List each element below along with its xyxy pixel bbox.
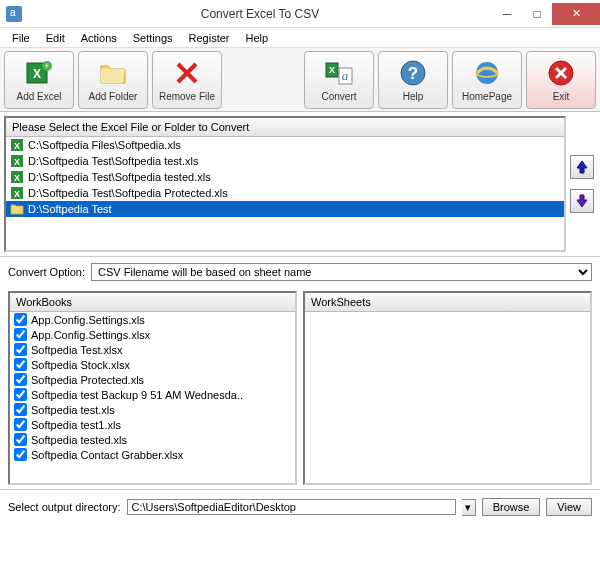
workbook-item[interactable]: App.Config.Settings.xls xyxy=(10,312,295,327)
output-path-dropdown[interactable]: ▾ xyxy=(462,499,476,516)
workbook-name: Softpedia test Backup 9 51 AM Wednesda.. xyxy=(31,389,243,401)
menu-register[interactable]: Register xyxy=(181,30,238,46)
svg-text:X: X xyxy=(14,189,20,199)
file-list[interactable]: Please Select the Excel File or Folder t… xyxy=(4,116,566,252)
convert-label: Convert xyxy=(321,91,356,102)
workbook-item[interactable]: Softpedia test1.xls xyxy=(10,417,295,432)
help-button[interactable]: ? Help xyxy=(378,51,448,109)
menu-bar: File Edit Actions Settings Register Help xyxy=(0,28,600,48)
help-icon: ? xyxy=(397,57,429,89)
svg-text:X: X xyxy=(329,65,335,75)
output-path-input[interactable] xyxy=(127,499,456,515)
workbook-item[interactable]: Softpedia test Backup 9 51 AM Wednesda.. xyxy=(10,387,295,402)
menu-file[interactable]: File xyxy=(4,30,38,46)
worksheets-list[interactable] xyxy=(305,312,590,483)
file-list-item[interactable]: XD:\Softpedia Test\Softpedia test.xls xyxy=(6,153,564,169)
move-down-button[interactable] xyxy=(570,189,594,213)
folder-icon xyxy=(10,202,24,216)
close-button[interactable] xyxy=(552,3,600,25)
workbook-item[interactable]: Softpedia Contact Grabber.xlsx xyxy=(10,447,295,462)
menu-help[interactable]: Help xyxy=(238,30,277,46)
remove-icon xyxy=(171,57,203,89)
worksheets-panel: WorkSheets xyxy=(303,291,592,485)
folder-icon xyxy=(97,57,129,89)
workbook-item[interactable]: Softpedia Stock.xlsx xyxy=(10,357,295,372)
workbooks-list[interactable]: App.Config.Settings.xlsApp.Config.Settin… xyxy=(10,312,295,483)
workbook-checkbox[interactable] xyxy=(14,418,27,431)
workbook-name: App.Config.Settings.xlsx xyxy=(31,329,150,341)
menu-actions[interactable]: Actions xyxy=(73,30,125,46)
worksheets-header: WorkSheets xyxy=(305,293,590,312)
workbook-checkbox[interactable] xyxy=(14,358,27,371)
file-list-item[interactable]: XD:\Softpedia Test\Softpedia tested.xls xyxy=(6,169,564,185)
add-excel-button[interactable]: X+ Add Excel xyxy=(4,51,74,109)
file-list-item-path: D:\Softpedia Test\Softpedia tested.xls xyxy=(28,171,211,183)
help-label: Help xyxy=(403,91,424,102)
excel-file-icon: X xyxy=(10,170,24,184)
svg-text:X: X xyxy=(14,141,20,151)
workbook-name: Softpedia Contact Grabber.xlsx xyxy=(31,449,183,461)
title-bar: Convert Excel To CSV xyxy=(0,0,600,28)
workbook-checkbox[interactable] xyxy=(14,448,27,461)
excel-file-icon: X xyxy=(10,186,24,200)
svg-text:a: a xyxy=(342,68,349,83)
file-list-header: Please Select the Excel File or Folder t… xyxy=(6,118,564,137)
workbook-name: App.Config.Settings.xls xyxy=(31,314,145,326)
convert-button[interactable]: Xa Convert xyxy=(304,51,374,109)
remove-file-button[interactable]: Remove File xyxy=(152,51,222,109)
homepage-button[interactable]: HomePage xyxy=(452,51,522,109)
file-list-item[interactable]: XD:\Softpedia Test\Softpedia Protected.x… xyxy=(6,185,564,201)
output-row: Select output directory: ▾ Browse View xyxy=(0,489,600,524)
workbook-name: Softpedia Stock.xlsx xyxy=(31,359,130,371)
exit-button[interactable]: Exit xyxy=(526,51,596,109)
workbook-name: Softpedia test.xls xyxy=(31,404,115,416)
workbook-name: Softpedia test1.xls xyxy=(31,419,121,431)
workbook-item[interactable]: Softpedia tested.xls xyxy=(10,432,295,447)
minimize-button[interactable] xyxy=(492,3,522,25)
ie-icon xyxy=(471,57,503,89)
svg-text:X: X xyxy=(33,67,41,81)
workbook-checkbox[interactable] xyxy=(14,313,27,326)
excel-file-icon: X xyxy=(10,154,24,168)
workbook-checkbox[interactable] xyxy=(14,373,27,386)
file-list-item-path: D:\Softpedia Test\Softpedia test.xls xyxy=(28,155,198,167)
menu-edit[interactable]: Edit xyxy=(38,30,73,46)
excel-file-icon: X xyxy=(10,138,24,152)
workbook-checkbox[interactable] xyxy=(14,343,27,356)
workbook-checkbox[interactable] xyxy=(14,388,27,401)
workbook-checkbox[interactable] xyxy=(14,328,27,341)
homepage-label: HomePage xyxy=(462,91,512,102)
workbook-checkbox[interactable] xyxy=(14,403,27,416)
svg-text:+: + xyxy=(44,61,49,71)
svg-text:X: X xyxy=(14,173,20,183)
window-title: Convert Excel To CSV xyxy=(28,7,492,21)
file-list-item-path: D:\Softpedia Test\Softpedia Protected.xl… xyxy=(28,187,228,199)
toolbar: X+ Add Excel Add Folder Remove File Xa C… xyxy=(0,48,600,112)
workbook-checkbox[interactable] xyxy=(14,433,27,446)
svg-text:X: X xyxy=(14,157,20,167)
convert-icon: Xa xyxy=(323,57,355,89)
view-button[interactable]: View xyxy=(546,498,592,516)
convert-option-label: Convert Option: xyxy=(8,266,85,278)
workbook-item[interactable]: Softpedia Protected.xls xyxy=(10,372,295,387)
convert-option-row: Convert Option: CSV Filename will be bas… xyxy=(0,256,600,287)
workbook-item[interactable]: App.Config.Settings.xlsx xyxy=(10,327,295,342)
workbook-name: Softpedia Test.xlsx xyxy=(31,344,123,356)
workbook-item[interactable]: Softpedia Test.xlsx xyxy=(10,342,295,357)
move-up-button[interactable] xyxy=(570,155,594,179)
browse-button[interactable]: Browse xyxy=(482,498,541,516)
workbook-name: Softpedia tested.xls xyxy=(31,434,127,446)
svg-text:?: ? xyxy=(408,64,418,83)
file-list-item[interactable]: D:\Softpedia Test xyxy=(6,201,564,217)
convert-option-select[interactable]: CSV Filename will be based on sheet name xyxy=(91,263,592,281)
add-folder-label: Add Folder xyxy=(89,91,138,102)
workbook-item[interactable]: Softpedia test.xls xyxy=(10,402,295,417)
maximize-button[interactable] xyxy=(522,3,552,25)
workbooks-panel: WorkBooks App.Config.Settings.xlsApp.Con… xyxy=(8,291,297,485)
add-folder-button[interactable]: Add Folder xyxy=(78,51,148,109)
file-list-item[interactable]: XC:\Softpedia Files\Softpedia.xls xyxy=(6,137,564,153)
add-excel-label: Add Excel xyxy=(16,91,61,102)
file-list-item-path: C:\Softpedia Files\Softpedia.xls xyxy=(28,139,181,151)
output-label: Select output directory: xyxy=(8,501,121,513)
menu-settings[interactable]: Settings xyxy=(125,30,181,46)
